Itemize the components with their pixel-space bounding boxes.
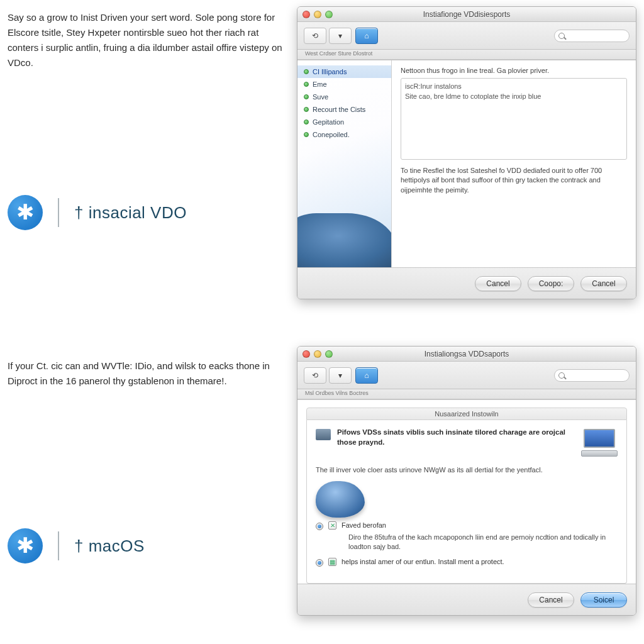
ok-button[interactable]: Soicel — [580, 592, 627, 608]
option-label: Faved berofan — [341, 521, 386, 529]
asterisk-icon — [8, 195, 43, 230]
step-label: Conepoiled. — [313, 131, 350, 138]
bullet-icon — [304, 94, 309, 99]
intro-paragraph-2: If your Ct. cic can and WVTle: IDio, and… — [8, 358, 284, 389]
option-label: helps instal amer of our entlun. Install… — [341, 558, 504, 565]
window-title: Instiafionge VDdisiesports — [297, 10, 636, 19]
asterisk-icon — [8, 528, 43, 564]
search-input[interactable] — [554, 30, 630, 42]
toolbar: ⟲ ▾ ⌂ — [297, 22, 636, 50]
search-input[interactable] — [554, 369, 630, 382]
minimize-icon[interactable] — [314, 350, 321, 358]
toolbar-fwd-button[interactable]: ▾ — [329, 367, 352, 384]
continue-button[interactable]: Coopo: — [528, 276, 574, 291]
toolbar-labels: West Crdser Sture Dlostrot — [297, 50, 636, 60]
section-heading: Nusaarized Instowiln — [306, 408, 627, 420]
bullet-icon — [304, 119, 309, 125]
option-row-1[interactable]: ✕ Faved berofan — [316, 521, 618, 530]
intro-paragraph-1: Say so a grow to Inist Driven your sert … — [8, 10, 284, 70]
logo-macos: † macOS — [74, 536, 145, 556]
step-label: Suve — [313, 93, 328, 101]
radio-icon[interactable] — [316, 523, 323, 530]
info-listbox[interactable]: iscR:Inur instalons Site cao, bre ldme t… — [401, 78, 627, 160]
titlebar[interactable]: Instialiongsa VDDsaports — [297, 347, 636, 362]
checkbox-icon[interactable]: ✕ — [328, 521, 336, 530]
step-item[interactable]: Suve — [297, 91, 391, 103]
minimize-icon[interactable] — [314, 11, 321, 18]
option-row-2[interactable]: ▦ helps instal amer of our entlun. Insta… — [316, 558, 618, 567]
toolbar-app-icon[interactable]: ⌂ — [355, 367, 378, 384]
toolbar-back-button[interactable]: ⟲ — [304, 367, 326, 384]
car-graphic — [297, 213, 392, 267]
bullet-icon — [304, 82, 309, 87]
content-pane: Nettoon thus frogo in line treal. Ga plo… — [392, 60, 636, 267]
section-body: Pifows VDSs sinats viblis such insinate … — [306, 420, 627, 584]
separator — [58, 531, 59, 560]
titlebar[interactable]: Instiafionge VDdisiesports — [297, 7, 636, 22]
step-item[interactable]: Eme — [297, 78, 391, 91]
bullet-icon — [304, 107, 309, 112]
list-item: Site cao, bre ldme to cotoplate the inxi… — [405, 91, 623, 101]
monitor-icon — [581, 428, 618, 457]
bullet-icon — [304, 132, 309, 137]
zoom-icon[interactable] — [325, 350, 333, 358]
toolbar: ⟲ ▾ ⌂ — [297, 362, 636, 389]
step-item[interactable]: Gepitation — [297, 116, 391, 128]
window-title: Instialiongsa VDDsaports — [297, 350, 636, 358]
footer: Cancel Soicel — [297, 584, 636, 615]
list-item: iscR:Inur instalons — [405, 81, 623, 91]
logo-insacial-vdo: † insacial VDO — [74, 203, 187, 223]
zoom-icon[interactable] — [325, 11, 333, 18]
device-icon — [316, 481, 365, 518]
step-label: Eme — [313, 80, 327, 88]
close-icon[interactable] — [303, 350, 310, 358]
step-item[interactable]: CI Illipands — [297, 65, 391, 78]
footer: Cancel Coopo: Cancel — [297, 267, 636, 299]
description-text: The ill inver vole cloer asts urinove NW… — [316, 465, 618, 475]
step-item[interactable]: Conepoiled. — [297, 128, 391, 141]
separator — [58, 198, 59, 227]
bullet-icon — [304, 69, 309, 74]
cancel-button[interactable]: Cancel — [528, 592, 574, 608]
close-icon[interactable] — [303, 11, 310, 18]
option-subtext: Diro the 85tufra of the kach mcapoponch … — [348, 533, 618, 552]
installer-window-2: Instialiongsa VDDsaports ⟲ ▾ ⌂ Msl Ordbe… — [297, 346, 636, 616]
step-label: Recourt the Cists — [313, 106, 365, 113]
step-label: CI Illipands — [313, 68, 347, 75]
toolbar-app-icon[interactable]: ⌂ — [355, 28, 378, 44]
step-item[interactable]: Recourt the Cists — [297, 103, 391, 116]
toolbar-labels: Msl Ordbes Vilns Boctres — [297, 389, 636, 399]
checkbox-icon[interactable]: ▦ — [328, 558, 336, 566]
back-button[interactable]: Cancel — [475, 276, 521, 291]
toolbar-fwd-button[interactable]: ▾ — [329, 28, 352, 44]
alert-text: Pifows VDSs sinats viblis such insinate … — [337, 428, 575, 447]
package-icon — [316, 429, 331, 440]
toolbar-back-button[interactable]: ⟲ — [304, 28, 326, 44]
steps-sidebar: CI Illipands Eme Suve Recourt the Cists … — [297, 60, 392, 267]
cancel-button[interactable]: Cancel — [580, 276, 627, 291]
installer-window-1: Instiafionge VDdisiesports ⟲ ▾ ⌂ West Cr… — [297, 6, 636, 299]
step-label: Gepitation — [313, 118, 344, 126]
hint-text: Nettoon thus frogo in line treal. Ga plo… — [401, 67, 627, 74]
radio-icon[interactable] — [316, 559, 323, 567]
footnote-text: To tine Resflel the lost Sateshel fo VDD… — [401, 166, 627, 195]
